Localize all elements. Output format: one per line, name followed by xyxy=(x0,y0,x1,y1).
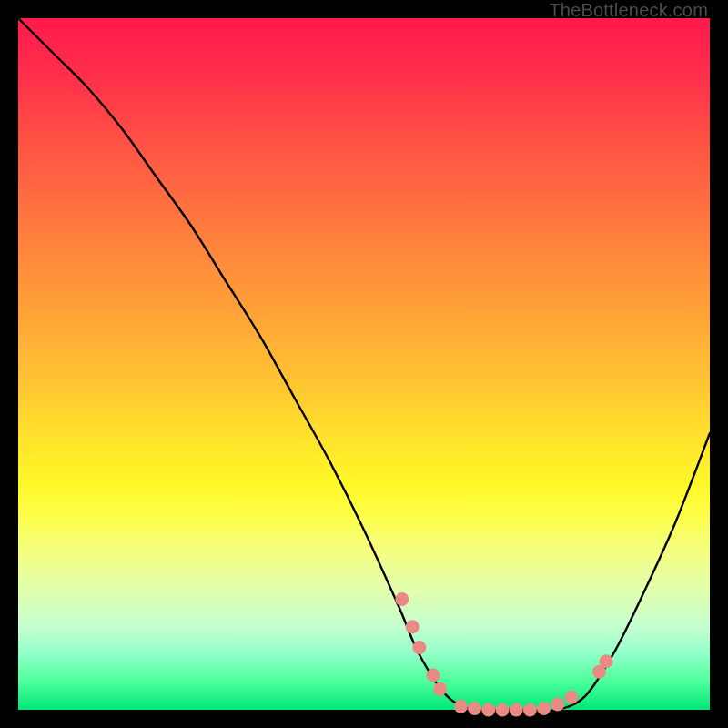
chart-marker xyxy=(537,702,551,715)
chart-marker xyxy=(406,620,420,633)
chart-svg xyxy=(18,18,710,710)
chart-marker xyxy=(496,703,510,717)
chart-marker xyxy=(510,703,523,717)
chart-marker xyxy=(481,703,495,717)
chart-marker xyxy=(468,702,481,715)
chart-marker xyxy=(433,682,447,696)
bottleneck-curve xyxy=(18,18,710,711)
chart-marker xyxy=(412,641,426,654)
chart-marker xyxy=(395,592,409,606)
chart-plot-area xyxy=(18,18,710,710)
chart-marker xyxy=(565,691,579,704)
chart-marker xyxy=(600,654,613,668)
chart-markers xyxy=(395,592,612,717)
chart-marker xyxy=(427,669,440,682)
chart-marker xyxy=(551,697,564,711)
chart-marker xyxy=(523,703,537,717)
chart-marker xyxy=(454,700,468,713)
